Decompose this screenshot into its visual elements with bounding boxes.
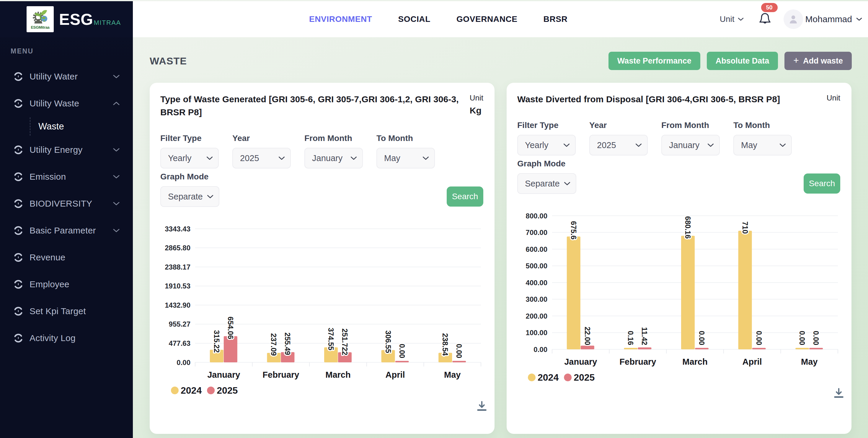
chevron-down-icon [707,143,714,147]
notifications-button[interactable]: 50 [758,12,772,27]
bell-icon [758,12,772,27]
filter-type-select[interactable]: Yearly [517,135,576,155]
bar-2025-may[interactable] [452,361,466,362]
graph-mode-row: Graph Mode Separate Search [160,172,483,207]
bar-2025-january[interactable] [581,346,594,349]
legend-label[interactable]: 2025 [574,372,595,383]
sidebar-item-biodiversity[interactable]: BIODIVERSITY [0,190,133,217]
bar-2024-april[interactable] [738,231,752,349]
year-field: Year2025 [232,134,291,169]
user-menu[interactable]: Mohammad [805,14,862,24]
year-field: Year2025 [589,121,648,155]
sidebar-item-revenue[interactable]: Revenue [0,244,133,271]
add-waste-button[interactable]: +Add waste [784,52,852,70]
y-tick-label: 700.00 [526,229,547,236]
legend-marker[interactable] [207,386,215,394]
from-month-select[interactable]: January [304,148,363,169]
download-icon[interactable] [476,400,488,412]
sidebar-item-activity-log[interactable]: Activity Log [0,324,133,351]
user-icon [788,13,799,25]
cards-row: Type of Waste Generated [GRI 305-6, GRI … [150,83,852,434]
bar-2024-february[interactable] [624,348,638,349]
search-button[interactable]: Search [804,174,840,194]
bar-2024-march[interactable] [681,236,695,349]
chevron-down-icon [738,18,744,21]
avatar[interactable] [783,9,803,29]
tab-brsr[interactable]: BRSR [544,14,568,24]
sidebar-item-utility-energy[interactable]: Utility Energy [0,136,133,163]
filter-type-select[interactable]: Yearly [160,148,219,169]
waste-performance-button[interactable]: Waste Performance [609,52,700,70]
filter-grid: Filter TypeYearlyYear2025From MonthJanua… [160,134,483,169]
bar-value-label: 680.16 [684,216,692,238]
bar-value-label: 654.06 [226,317,235,339]
bar-2025-march[interactable] [695,348,709,349]
sidebar-item-set-kpi-target[interactable]: Set Kpi Target [0,298,133,324]
download-icon[interactable] [833,387,845,399]
legend-marker[interactable] [171,386,179,394]
circular-hands-icon [13,145,24,155]
sidebar-item-employee[interactable]: Employee [0,271,133,298]
bar-2025-april[interactable] [752,348,766,349]
bar-2024-may[interactable] [795,348,809,349]
chevron-down-icon [113,148,120,152]
bar-2024-january[interactable] [567,236,581,349]
sidebar-item-label: Emission [30,172,113,182]
graph-mode-select[interactable]: Separate [517,173,576,194]
legend-label[interactable]: 2025 [217,385,238,396]
chevron-up-icon [113,101,120,106]
to-month-select[interactable]: May [733,135,792,155]
legend-label[interactable]: 2024 [181,385,202,396]
sidebar-item-emission[interactable]: Emission [0,163,133,190]
sidebar-item-utility-water[interactable]: Utility Water [0,63,133,90]
circular-hands-icon [13,279,24,290]
legend-marker[interactable] [564,374,571,381]
y-tick-label: 600.00 [526,245,547,253]
sidebar-item-label: Activity Log [30,333,120,343]
legend-marker[interactable] [528,374,535,381]
chevron-down-icon [207,195,213,199]
unit-block: Unit [827,93,840,106]
chart-type-of-waste: 3343.432865.802388.171910.531432.90955.2… [160,219,483,397]
year-select[interactable]: 2025 [589,135,648,155]
tab-governance[interactable]: GOVERNANCE [457,14,518,24]
x-axis-label: April [743,357,762,367]
tab-social[interactable]: SOCIAL [398,14,430,24]
download-row [160,400,488,412]
sidebar-item-utility-waste[interactable]: Utility Waste [0,90,133,117]
filter-label: To Month [376,134,435,143]
bar-2025-february[interactable] [638,348,651,349]
legend-label[interactable]: 2024 [538,372,559,383]
tab-environment[interactable]: ENVIRONMENT [309,14,372,24]
to-month-select[interactable]: May [376,148,435,169]
sidebar-item-basic-parameter[interactable]: Basic Parameter [0,217,133,244]
chevron-down-icon [206,156,213,160]
absolute-data-button[interactable]: Absolute Data [707,52,778,70]
bar-chart: 800.00700.00600.00500.00400.00300.00200.… [517,206,840,383]
graph-mode-field: Graph Mode Separate [517,159,576,194]
sidebar-subitem-waste[interactable]: Waste [0,117,133,136]
year-select[interactable]: 2025 [232,148,291,169]
y-tick-label: 477.63 [169,339,190,347]
sidebar-item-label: Revenue [30,253,120,262]
subitem-guide-line [30,117,30,136]
bar-2025-april[interactable] [395,361,409,362]
search-button[interactable]: Search [447,186,483,207]
circular-hands-icon [13,198,24,209]
plus-icon: + [793,55,799,66]
y-tick-label: 0.00 [177,358,190,367]
graph-mode-select[interactable]: Separate [160,186,219,207]
sidebar-menu: Utility WaterUtility WasteWasteUtility E… [0,63,133,351]
circular-hands-icon [13,252,24,263]
bar-value-label: 237.09 [270,333,278,355]
card-title: Type of Waste Generated [GRI 305-6, GRI … [160,93,469,119]
bar-2025-january[interactable] [224,336,237,362]
unit-dropdown[interactable]: Unit [720,14,744,24]
bar-2025-may[interactable] [809,348,823,349]
from-month-select[interactable]: January [661,135,720,155]
graph-mode-row: Graph Mode Separate Search [517,159,840,194]
chart-waste-diverted: 800.00700.00600.00500.00400.00300.00200.… [517,206,840,384]
filter-type-field: Filter TypeYearly [517,121,576,155]
card-type-of-waste-generated: Type of Waste Generated [GRI 305-6, GRI … [150,83,495,434]
chevron-down-icon [113,175,120,179]
